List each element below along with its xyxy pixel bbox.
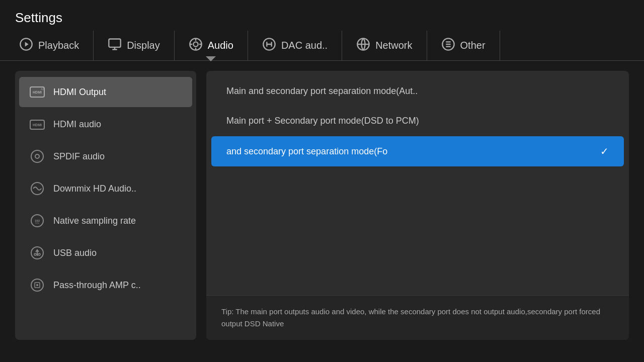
usb-audio-icon xyxy=(29,245,45,261)
option-1-label: Main and secondary port separation mode(… xyxy=(226,86,418,96)
playback-icon xyxy=(19,37,33,54)
sidebar-item-native-sampling-label: Native sampling rate xyxy=(53,216,136,226)
tab-network[interactable]: Network xyxy=(342,31,427,60)
passthrough-icon xyxy=(29,277,45,293)
svg-point-24 xyxy=(35,154,39,158)
hdmi-audio-icon: HDMI xyxy=(29,116,45,132)
spdif-icon xyxy=(29,148,45,164)
option-item-3[interactable]: and secondary port separation mode(Fo ✓ xyxy=(211,136,624,166)
tab-playback[interactable]: Playback xyxy=(5,31,94,60)
svg-rect-2 xyxy=(109,39,120,47)
option-item-2[interactable]: Main port + Secondary port mode(DSD to P… xyxy=(211,107,624,135)
svg-point-6 xyxy=(193,42,198,46)
svg-marker-1 xyxy=(25,42,29,46)
display-icon xyxy=(108,37,122,54)
tip-box: Tip: The main port outputs audio and vid… xyxy=(206,295,629,340)
checkmark-icon: ✓ xyxy=(600,145,609,157)
svg-text:KHz: KHz xyxy=(35,222,39,224)
tab-dac[interactable]: DAC aud.. xyxy=(248,31,342,60)
sidebar-item-hdmi-output-label: HDMI Output xyxy=(53,87,106,98)
svg-text:HDMI: HDMI xyxy=(33,90,42,94)
network-icon xyxy=(356,37,370,54)
tab-dac-label: DAC aud.. xyxy=(281,40,328,51)
option-item-1[interactable]: Main and secondary port separation mode(… xyxy=(211,77,624,106)
svg-point-30 xyxy=(34,253,36,255)
sidebar-item-hdmi-audio-label: HDMI audio xyxy=(53,119,101,130)
audio-icon xyxy=(189,37,203,54)
sidebar-item-hdmi-output[interactable]: HDMI X2 HDMI Output xyxy=(19,77,192,107)
sidebar-item-usb-audio[interactable]: USB audio xyxy=(19,238,192,268)
options-list: Main and secondary port separation mode(… xyxy=(206,71,629,295)
tab-audio[interactable]: Audio xyxy=(175,31,248,60)
svg-point-34 xyxy=(36,284,38,286)
sidebar-item-spdif[interactable]: SPDIF audio xyxy=(19,141,192,171)
sidebar-item-native-sampling[interactable]: 192 KHz Native sampling rate xyxy=(19,206,192,236)
sidebar-item-hdmi-audio[interactable]: HDMI HDMI audio xyxy=(19,109,192,139)
tab-display[interactable]: Display xyxy=(94,31,175,60)
dac-icon xyxy=(262,37,276,54)
hdmi-output-icon: HDMI X2 xyxy=(29,84,45,100)
right-panel: Main and secondary port separation mode(… xyxy=(206,71,629,340)
tab-playback-label: Playback xyxy=(38,40,79,51)
other-icon xyxy=(441,37,455,54)
sidebar-item-spdif-label: SPDIF audio xyxy=(53,151,105,162)
tab-network-label: Network xyxy=(375,40,412,51)
page-title: Settings xyxy=(0,0,644,31)
tab-bar: Playback Display Audio xyxy=(0,31,644,61)
sidebar-item-passthrough-label: Pass-through AMP c.. xyxy=(53,280,141,291)
tab-audio-label: Audio xyxy=(208,40,233,51)
tip-text: Tip: The main port outputs audio and vid… xyxy=(221,307,600,328)
svg-text:X2: X2 xyxy=(41,87,44,90)
sidebar-item-usb-audio-label: USB audio xyxy=(53,248,97,258)
sidebar-item-downmix[interactable]: Downmix HD Audio.. xyxy=(19,173,192,204)
option-3-label: and secondary port separation mode(Fo xyxy=(226,146,387,157)
svg-point-31 xyxy=(38,253,40,255)
tab-other[interactable]: Other xyxy=(427,31,500,60)
option-2-label: Main port + Secondary port mode(DSD to P… xyxy=(226,116,419,126)
tab-other-label: Other xyxy=(460,40,486,51)
tab-display-label: Display xyxy=(127,40,160,51)
content-area: HDMI X2 HDMI Output HDMI HDMI audio xyxy=(0,61,644,350)
svg-text:HDMI: HDMI xyxy=(33,123,42,127)
svg-point-23 xyxy=(31,150,43,162)
native-sampling-icon: 192 KHz xyxy=(29,213,45,229)
sidebar-panel: HDMI X2 HDMI Output HDMI HDMI audio xyxy=(15,71,196,340)
downmix-icon xyxy=(29,180,45,197)
sidebar-item-passthrough[interactable]: Pass-through AMP c.. xyxy=(19,270,192,300)
sidebar-item-downmix-label: Downmix HD Audio.. xyxy=(53,184,136,194)
